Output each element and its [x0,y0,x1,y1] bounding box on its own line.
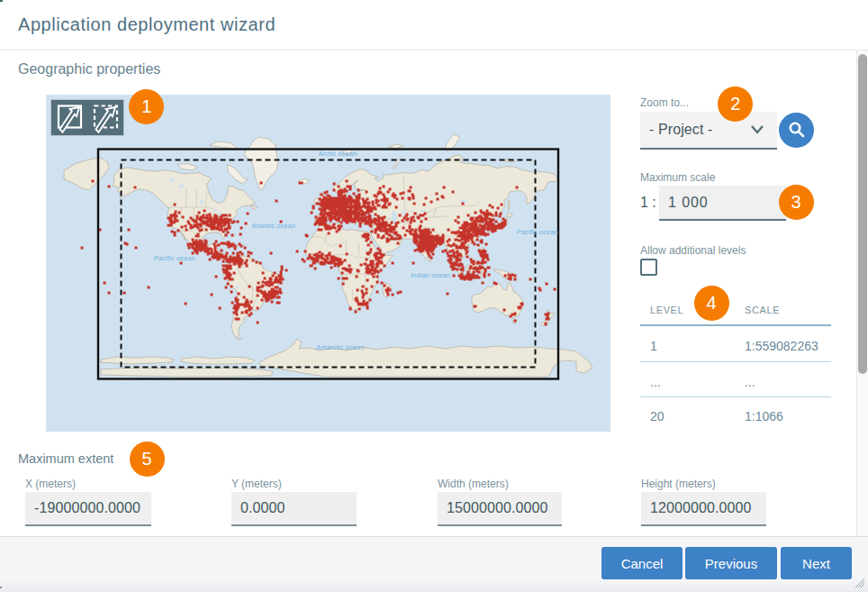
svg-text:Pacific ocean: Pacific ocean [154,254,195,262]
svg-text:Indian ocean: Indian ocean [411,271,450,279]
svg-text:Atlantic ocean: Atlantic ocean [252,222,296,230]
svg-text:Pacific ocean: Pacific ocean [517,228,558,236]
svg-text:Arctic ocean: Arctic ocean [319,150,357,158]
svg-text:Antarctic ocean: Antarctic ocean [316,343,364,351]
